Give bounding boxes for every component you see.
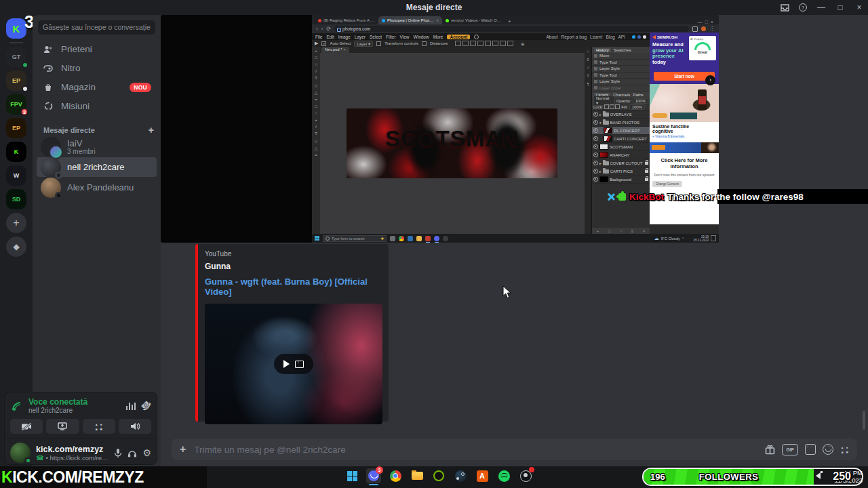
taskbar-discord[interactable]: 3	[366, 468, 381, 483]
align-icon[interactable]	[485, 41, 491, 46]
taskbar-spotify[interactable]	[496, 468, 511, 483]
layer-row[interactable]: ▸OVERLAYS	[592, 110, 650, 119]
search-conversation-button[interactable]: Găsește sau începe o conversație	[38, 20, 155, 35]
tool-icon[interactable]: /	[315, 125, 317, 129]
panel-icon[interactable]: /	[587, 66, 589, 70]
align-icon[interactable]	[500, 41, 506, 46]
menu-item[interactable]: Layer	[355, 35, 366, 39]
help-icon[interactable]: ?	[799, 3, 807, 12]
photopea-toolbar[interactable]: +□○/T◇△=□○+/T◇△=	[312, 47, 320, 234]
history-list[interactable]: MoveType ToolLayer StyleType ToolLayer S…	[592, 53, 650, 92]
menu-item[interactable]: Filter	[386, 35, 395, 39]
menu-item[interactable]: Image	[338, 35, 351, 39]
layers-footer-icons[interactable]: +□○≡×	[592, 228, 650, 234]
panel-icon[interactable]: ≡	[587, 58, 589, 62]
extensions-icon[interactable]	[692, 26, 698, 32]
embed-author[interactable]: Gunna	[205, 262, 382, 271]
sponsor-ad[interactable]: Click Here for More Information Don't mi…	[650, 142, 719, 177]
server-icon[interactable]: W	[6, 165, 26, 186]
tool-icon[interactable]: □	[315, 104, 317, 108]
change-consent-button[interactable]: Change Consent	[652, 181, 682, 187]
tool-icon[interactable]: =	[315, 98, 317, 102]
lock-icons[interactable]	[604, 104, 620, 109]
settings-gear-icon[interactable]: ⚙	[142, 447, 151, 458]
search-icon[interactable]	[474, 35, 479, 39]
back-icon[interactable]: ‹	[316, 26, 318, 32]
attach-plus-icon[interactable]: +	[180, 443, 186, 455]
sidebar-item-missions[interactable]: Misiuni	[38, 97, 155, 115]
start-button[interactable]	[344, 468, 359, 483]
layer-row[interactable]: ▸COVER CUTOUT	[592, 159, 650, 167]
browser-tab[interactable]: (8) Raging Rebus From A Scam Ser	[315, 16, 378, 24]
tool-icon[interactable]: T	[315, 131, 317, 136]
forward-icon[interactable]: ›	[321, 26, 323, 32]
align-icon[interactable]	[462, 41, 469, 46]
chat-scrollbar[interactable]	[863, 411, 865, 430]
layer-dropdown[interactable]: Layer ▾	[354, 41, 373, 47]
supplement-ad[interactable]: Susține funcțiile cognitive + Vitamina B…	[650, 84, 719, 138]
reload-icon[interactable]: ⟳	[326, 26, 331, 32]
server-icon[interactable]: EP	[6, 118, 26, 138]
fill-value[interactable]: 100%	[629, 104, 645, 110]
history-entry[interactable]: Layer Style	[592, 66, 650, 73]
panel-icon[interactable]: ○	[587, 49, 589, 54]
maximize-button[interactable]: □	[835, 3, 845, 12]
emoji-icon[interactable]	[823, 444, 833, 455]
voice-target[interactable]: nell 2rich2care	[28, 407, 121, 414]
account-menu[interactable]: Account	[447, 35, 470, 39]
tool-icon[interactable]: ○	[315, 62, 317, 66]
layer-row[interactable]: Background	[592, 176, 650, 184]
noise-suppression-icon[interactable]	[126, 402, 136, 410]
browser-tab-active[interactable]: Photopea | Online Photo Editor×	[378, 16, 442, 24]
dm-item-alex[interactable]: Alex Pandeleanu	[37, 178, 157, 197]
history-entry[interactable]: Layer Order	[592, 85, 650, 92]
soundboard-button[interactable]	[119, 419, 151, 434]
image-attachment[interactable]: (8) Raging Rebus From A Scam Ser Photope…	[161, 15, 719, 243]
photopea-canvas[interactable]: SCOTSMAN	[320, 53, 585, 234]
new-tab-icon[interactable]: +	[508, 18, 511, 24]
menu-item[interactable]: Window	[414, 35, 429, 39]
layer-row[interactable]: ▸CARTI PICS	[592, 167, 650, 176]
tool-icon[interactable]: △	[315, 146, 318, 150]
sidebar-item-shop[interactable]: Magazin NOU	[38, 78, 155, 96]
gift-icon[interactable]	[765, 445, 775, 455]
mic-icon[interactable]	[114, 448, 122, 458]
apps-icon[interactable]: ▲●■✚	[840, 445, 849, 454]
server-icon[interactable]: SD	[6, 189, 26, 209]
taskbar-adobe[interactable]: A	[475, 468, 490, 483]
checkbox-checked[interactable]: ✓	[321, 41, 326, 46]
taskbar-explorer[interactable]	[410, 468, 425, 483]
close-button[interactable]: ×	[854, 3, 864, 12]
browser-tab[interactable]: remzyz Videos - Watch On-Deman	[442, 16, 506, 24]
layer-row[interactable]: CARTI CONCERT	[592, 135, 650, 143]
username[interactable]: kick.com/remzyz	[36, 445, 108, 454]
tool-icon[interactable]: □	[315, 56, 317, 60]
user-avatar[interactable]	[10, 443, 31, 463]
align-icon[interactable]	[492, 41, 498, 46]
tool-icon[interactable]: /	[315, 69, 317, 73]
document-tab[interactable]: Nev.psd * ×	[321, 47, 349, 53]
checkbox[interactable]	[422, 41, 427, 46]
sticker-icon[interactable]	[805, 444, 816, 455]
sidebar-item-friends[interactable]: Prieteni	[38, 40, 155, 58]
header-link[interactable]: Learn!	[590, 35, 602, 39]
server-icon[interactable]: EP	[6, 70, 26, 91]
tool-icon[interactable]: =	[315, 153, 317, 157]
layer-row[interactable]: SCOTSMAN	[592, 143, 650, 151]
layer-row[interactable]: ▾BAND PHOTOS	[592, 119, 650, 127]
dm-item-iaiv[interactable]: IaiV 3 membri	[37, 137, 157, 157]
opacity-value[interactable]: 100%	[633, 98, 648, 104]
history-entry[interactable]: Type Tool	[592, 73, 650, 79]
align-icon[interactable]	[455, 41, 461, 46]
server-icon[interactable]: GT	[6, 47, 26, 67]
screenshare-button[interactable]	[46, 419, 79, 434]
sidebar-item-nitro[interactable]: Nitro	[38, 59, 155, 77]
message-input[interactable]	[193, 444, 758, 455]
layer-row[interactable]: ANARCHY	[592, 151, 650, 159]
voice-status[interactable]: Voce conectată	[28, 397, 121, 407]
menu-item[interactable]: Select	[370, 35, 382, 39]
discover-button[interactable]: ◆	[6, 237, 26, 257]
add-server-button[interactable]: +	[6, 213, 26, 233]
panel-icon[interactable]: T	[587, 74, 589, 78]
gif-icon[interactable]: GIF	[782, 444, 798, 455]
